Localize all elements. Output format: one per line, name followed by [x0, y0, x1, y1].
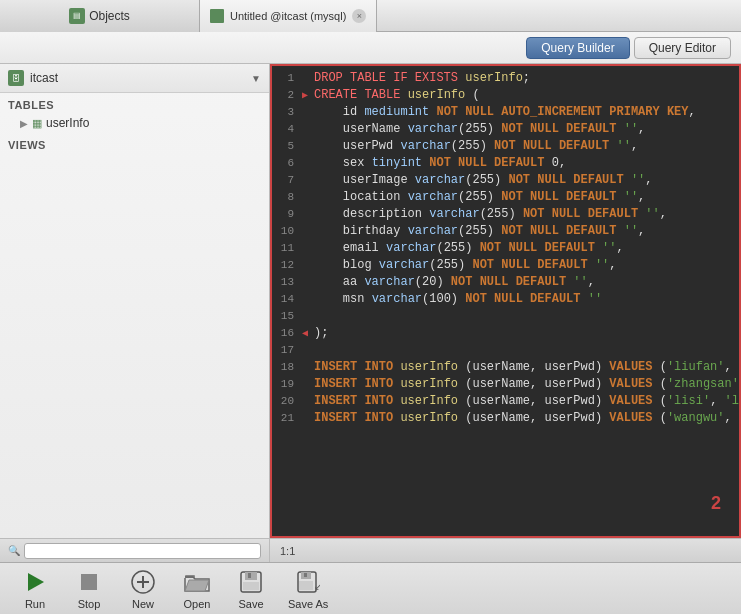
save-as-icon: ↙ [294, 568, 322, 596]
connection-dropdown-arrow: ▼ [251, 73, 261, 84]
code-line-9: 9 description varchar(255) NOT NULL DEFA… [272, 206, 739, 223]
bottom-toolbar: Run Stop New Open [0, 562, 741, 614]
document-tab-icon [210, 9, 224, 23]
stop-button[interactable]: Stop [64, 564, 114, 614]
search-input[interactable] [24, 543, 261, 559]
objects-tab-icon: ▤ [69, 8, 85, 24]
close-tab-button[interactable]: × [352, 9, 366, 23]
svg-rect-12 [299, 581, 313, 590]
document-tab[interactable]: Untitled @itcast (mysql) × [200, 0, 377, 32]
new-label: New [132, 598, 154, 610]
connection-selector[interactable]: 🗄 itcast ▼ [0, 64, 269, 93]
save-button[interactable]: Save [226, 564, 276, 614]
svg-marker-0 [28, 573, 44, 591]
document-tab-label: Untitled @itcast (mysql) [230, 10, 346, 22]
open-button[interactable]: Open [172, 564, 222, 614]
run-icon [21, 568, 49, 596]
code-line-16: 16 ◀ ); [272, 325, 739, 342]
code-line-12: 12 blog varchar(255) NOT NULL DEFAULT ''… [272, 257, 739, 274]
save-as-label: Save As [288, 598, 328, 610]
code-editor[interactable]: 1 DROP TABLE IF EXISTS userInfo; 2 ▶ CRE… [270, 64, 741, 538]
code-line-18: 18 INSERT INTO userInfo (userName, userP… [272, 359, 739, 376]
position-indicator: 1:1 [270, 545, 305, 557]
code-line-19: 19 INSERT INTO userInfo (userName, userP… [272, 376, 739, 393]
code-line-4: 4 userName varchar(255) NOT NULL DEFAULT… [272, 121, 739, 138]
table-name-label: userInfo [46, 116, 89, 130]
userinfo-table-item[interactable]: ▶ ▦ userInfo [0, 113, 269, 133]
query-editor-button[interactable]: Query Editor [634, 37, 731, 59]
status-bar: 🔍 1:1 [0, 538, 741, 562]
code-line-14: 14 msn varchar(100) NOT NULL DEFAULT '' [272, 291, 739, 308]
sidebar: 🗄 itcast ▼ TABLES ▶ ▦ userInfo VIEWS [0, 64, 270, 538]
connection-name: itcast [30, 71, 245, 85]
save-icon [237, 568, 265, 596]
stop-label: Stop [78, 598, 101, 610]
code-line-8: 8 location varchar(255) NOT NULL DEFAULT… [272, 189, 739, 206]
query-builder-button[interactable]: Query Builder [526, 37, 629, 59]
save-as-button[interactable]: ↙ Save As [280, 564, 336, 614]
svg-rect-8 [243, 582, 259, 590]
code-line-11: 11 email varchar(255) NOT NULL DEFAULT '… [272, 240, 739, 257]
stop-icon [75, 568, 103, 596]
run-button[interactable]: Run [10, 564, 60, 614]
code-line-7: 7 userImage varchar(255) NOT NULL DEFAUL… [272, 172, 739, 189]
table-icon: ▦ [32, 117, 42, 130]
error-indicator: 2 [711, 493, 721, 514]
editor-area: 1 DROP TABLE IF EXISTS userInfo; 2 ▶ CRE… [270, 64, 741, 538]
code-line-17: 17 [272, 342, 739, 359]
open-icon [183, 568, 211, 596]
svg-rect-9 [248, 573, 251, 578]
objects-tab-label: Objects [89, 9, 130, 23]
svg-rect-13 [304, 573, 307, 577]
views-section-label: VIEWS [0, 133, 269, 153]
status-search-area: 🔍 [0, 539, 270, 562]
code-line-6: 6 sex tinyint NOT NULL DEFAULT 0, [272, 155, 739, 172]
code-line-20: 20 INSERT INTO userInfo (userName, userP… [272, 393, 739, 410]
save-label: Save [238, 598, 263, 610]
tables-section-label: TABLES [0, 93, 269, 113]
svg-rect-1 [81, 574, 97, 590]
search-icon: 🔍 [8, 545, 20, 556]
code-line-1: 1 DROP TABLE IF EXISTS userInfo; [272, 70, 739, 87]
code-line-21: 21 INSERT INTO userInfo (userName, userP… [272, 410, 739, 427]
code-line-2: 2 ▶ CREATE TABLE userInfo ( [272, 87, 739, 104]
svg-text:↙: ↙ [314, 581, 320, 592]
code-line-13: 13 aa varchar(20) NOT NULL DEFAULT '', [272, 274, 739, 291]
main-area: 🗄 itcast ▼ TABLES ▶ ▦ userInfo VIEWS 1 D… [0, 64, 741, 538]
code-line-15: 15 [272, 308, 739, 325]
run-label: Run [25, 598, 45, 610]
new-button[interactable]: New [118, 564, 168, 614]
objects-tab[interactable]: ▤ Objects [0, 0, 200, 32]
code-line-10: 10 birthday varchar(255) NOT NULL DEFAUL… [272, 223, 739, 240]
code-line-3: 3 id mediumint NOT NULL AUTO_INCREMENT P… [272, 104, 739, 121]
expand-icon: ▶ [20, 118, 28, 129]
query-toolbar: Query Builder Query Editor [0, 32, 741, 64]
connection-icon: 🗄 [8, 70, 24, 86]
open-label: Open [184, 598, 211, 610]
code-line-5: 5 userPwd varchar(255) NOT NULL DEFAULT … [272, 138, 739, 155]
new-icon [129, 568, 157, 596]
